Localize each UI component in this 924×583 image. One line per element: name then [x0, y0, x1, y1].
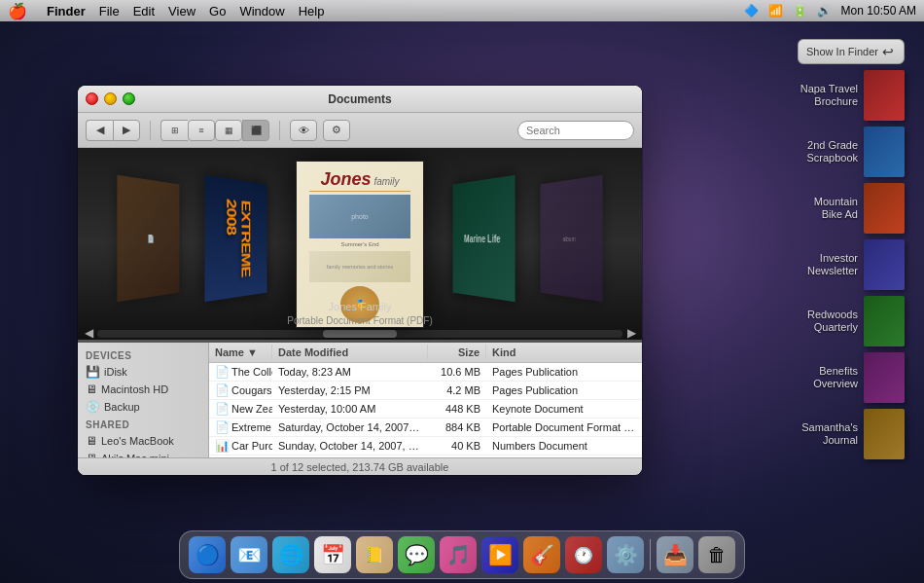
col-header-kind[interactable]: Kind: [486, 345, 642, 360]
file-size: 10.6 MB: [428, 365, 486, 379]
table-row[interactable]: 📄Cougars Scrapbook Yesterday, 2:15 PM 4.…: [209, 382, 642, 400]
dock: 🔵 📧 🌐 📅 📒 💬 🎵 ▶️ 🎸 🕐 ⚙️ 📥 🗑: [179, 530, 745, 579]
sidebar-item-backup[interactable]: 💿 Backup: [78, 398, 208, 416]
stacked-doc-2ndgrade[interactable]: 2nd Grade Scrapbook: [798, 127, 905, 177]
wifi-icon: 📶: [768, 4, 783, 18]
menubar-finder[interactable]: Finder: [47, 4, 86, 18]
dock-item-itunes[interactable]: 🎵: [439, 535, 478, 574]
file-icon: 📄: [215, 420, 230, 434]
menubar-help[interactable]: Help: [299, 4, 325, 18]
dock-item-addressbook[interactable]: 📒: [355, 535, 394, 574]
icon-view-button[interactable]: ⊞: [160, 120, 188, 141]
doc-thumb-2ndgrade: [864, 127, 905, 177]
finder-statusbar: 1 of 12 selected, 213.74 GB available: [78, 457, 642, 475]
file-icon: 📄: [215, 365, 230, 379]
close-button[interactable]: [86, 92, 98, 105]
sidebar-item-leo[interactable]: 🖥 Leo's MacBook: [78, 432, 208, 450]
view-buttons: ⊞ ≡ ▦ ⬛: [160, 120, 269, 141]
stacked-doc-mountainbike[interactable]: Mountain Bike Ad: [798, 183, 905, 234]
coverflow-center-label: Jones Family: [329, 301, 392, 312]
stacked-doc-napa[interactable]: Napa Travel Brochure: [798, 70, 905, 121]
table-row[interactable]: 📄The Collector Today, 8:23 AM 10.6 MB Pa…: [209, 363, 642, 382]
minimize-button[interactable]: [104, 92, 117, 105]
coverflow-view-button[interactable]: ⬛: [242, 120, 269, 141]
coverflow-right2[interactable]: album: [541, 174, 603, 301]
sidebar-label-macintosh: Macintosh HD: [101, 383, 168, 395]
forward-button[interactable]: ▶: [113, 120, 140, 141]
file-size: 448 KB: [428, 402, 486, 416]
status-text: 1 of 12 selected, 213.74 GB available: [271, 461, 449, 473]
dock-item-ichat[interactable]: 💬: [397, 535, 436, 574]
column-view-button[interactable]: ▦: [215, 120, 242, 141]
file-kind: Pages Publication: [486, 365, 642, 379]
col-header-size[interactable]: Size: [428, 345, 486, 360]
file-icon: 📄: [215, 402, 230, 416]
table-row[interactable]: 📄Extreme 2008 Saturday, October 14, 2007…: [209, 419, 642, 437]
coverflow-left1[interactable]: EXTREME2008: [204, 174, 267, 301]
stacked-doc-redwoods[interactable]: Redwoods Quarterly: [798, 296, 905, 346]
sidebar-item-idisk[interactable]: 💾 iDisk: [78, 363, 208, 381]
volume-icon: 🔊: [817, 4, 832, 18]
sidebar-section-devices: DEVICES: [78, 346, 208, 363]
sidebar-label-backup: Backup: [104, 401, 140, 413]
action-button[interactable]: ⚙: [323, 120, 350, 141]
show-in-finder-button[interactable]: Show In Finder ↩: [798, 39, 905, 64]
doc-label-samantha: Samantha's Journal: [798, 421, 858, 447]
file-kind: Pages Publication: [486, 383, 642, 397]
coverflow-left2[interactable]: 📄: [117, 174, 179, 301]
col-header-name[interactable]: Name ▼: [209, 345, 272, 360]
stacked-doc-investor[interactable]: Investor Newsletter: [798, 239, 905, 290]
eye-button[interactable]: 👁: [290, 120, 317, 141]
table-row[interactable]: 📄New Zealand Fossils Yesterday, 10:00 AM…: [209, 400, 642, 419]
menubar-go[interactable]: Go: [209, 4, 226, 18]
dock-item-timemachine[interactable]: 🕐: [564, 535, 603, 574]
dock-item-garageband[interactable]: 🎸: [522, 535, 561, 574]
sidebar-section-shared: SHARED: [78, 416, 208, 432]
doc-label-redwoods: Redwoods Quarterly: [798, 309, 858, 334]
coverflow-scrollbar-thumb: [323, 330, 397, 338]
file-kind: Keynote Document: [486, 402, 642, 416]
doc-thumb-benefits: [864, 352, 905, 403]
menubar-view[interactable]: View: [168, 4, 195, 18]
finder-bottom: DEVICES 💾 iDisk 🖥 Macintosh HD 💿 Backup …: [78, 343, 642, 475]
file-name: Extreme 2008: [231, 421, 272, 433]
finder-filelist: Name ▼ Date Modified Size Kind 📄The Coll…: [209, 343, 642, 475]
back-button[interactable]: ◀: [86, 120, 113, 141]
menubar-window[interactable]: Window: [239, 4, 284, 18]
file-date: Sunday, October 14, 2007, 11:38 AM: [272, 439, 428, 453]
file-name: The Collector: [231, 366, 272, 378]
menubar-file[interactable]: File: [99, 4, 120, 18]
search-input[interactable]: [517, 121, 634, 140]
file-name: Cougars Scrapbook: [231, 384, 272, 396]
doc-label-2ndgrade: 2nd Grade Scrapbook: [798, 139, 858, 164]
dock-item-systemprefs[interactable]: ⚙️: [606, 535, 645, 574]
stacked-doc-samantha[interactable]: Samantha's Journal: [798, 409, 905, 459]
maximize-button[interactable]: [123, 92, 135, 105]
menubar-edit[interactable]: Edit: [133, 4, 155, 18]
stacked-doc-benefits[interactable]: Benefits Overview: [798, 352, 905, 403]
finder-titlebar: Documents: [78, 86, 642, 113]
doc-thumb-redwoods: [864, 296, 905, 346]
leo-icon: 🖥: [86, 434, 97, 448]
file-kind: Portable Document Format (PDF): [486, 420, 642, 434]
doc-thumb-samantha: [864, 409, 905, 459]
dock-item-quicktime[interactable]: ▶️: [480, 535, 519, 574]
coverflow-right1[interactable]: Marine Life: [453, 174, 515, 301]
menubar-right: 🔷 📶 🔋 🔊 Mon 10:50 AM: [744, 4, 916, 18]
sidebar-item-macintosh[interactable]: 🖥 Macintosh HD: [78, 381, 208, 398]
dock-item-trash[interactable]: 🗑: [697, 535, 736, 574]
table-row[interactable]: 📊Car Purchase Comparison Sunday, October…: [209, 437, 642, 455]
coverflow-scrollbar[interactable]: [97, 330, 622, 338]
coverflow-scroll-left[interactable]: ◀: [82, 326, 95, 340]
coverflow-scroll-right[interactable]: ▶: [624, 326, 638, 340]
arrow-icon: ↩: [882, 44, 894, 59]
dock-item-ical[interactable]: 📅: [313, 535, 352, 574]
dock-item-finder[interactable]: 🔵: [188, 535, 227, 574]
list-view-button[interactable]: ≡: [188, 120, 215, 141]
apple-menu[interactable]: 🍎: [8, 2, 27, 20]
dock-item-mail[interactable]: 📧: [230, 535, 268, 574]
dock-item-safari[interactable]: 🌐: [271, 535, 310, 574]
dock-item-downloads[interactable]: 📥: [656, 535, 694, 574]
finder-toolbar: ◀ ▶ ⊞ ≡ ▦ ⬛ 👁 ⚙: [78, 113, 642, 148]
col-header-date[interactable]: Date Modified: [272, 345, 428, 360]
